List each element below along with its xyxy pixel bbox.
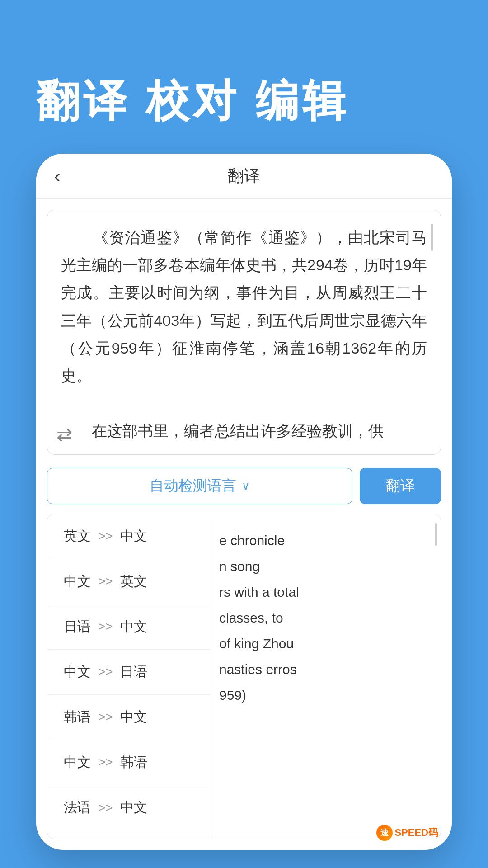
lang-from-3: 中文: [64, 663, 91, 681]
result-text: e chronicle n song rs with a total class…: [219, 528, 432, 708]
language-dropdown: 英文 >> 中文 中文 >> 英文 日语 >> 中文 中文 >> 日语 韩语 >: [47, 514, 210, 839]
auto-detect-label: 自动检测语言: [150, 476, 236, 496]
translate-button-label: 翻译: [386, 476, 415, 496]
lang-to-4: 中文: [120, 708, 147, 726]
lang-to-5: 韩语: [120, 753, 147, 772]
bottom-area: 英文 >> 中文 中文 >> 英文 日语 >> 中文 中文 >> 日语 韩语 >: [47, 514, 441, 839]
result-scroll-bar: [435, 523, 437, 546]
watermark: SPEED码: [376, 825, 438, 841]
lang-from-5: 中文: [64, 753, 91, 772]
lang-from-1: 中文: [64, 572, 91, 591]
input-text: 《资治通鉴》（常简作《通鉴》），由北宋司马光主编的一部多卷本编年体史书，共294…: [61, 224, 427, 445]
translation-result: e chronicle n song rs with a total class…: [210, 514, 441, 839]
lang-option-fr-zh[interactable]: 法语 >> 中文: [47, 785, 210, 830]
back-button[interactable]: ‹: [54, 165, 61, 187]
scroll-indicator: [431, 224, 433, 251]
lang-arrow-2: >>: [98, 619, 113, 634]
header-area: 翻译 校对 编辑: [0, 0, 488, 158]
translate-button[interactable]: 翻译: [360, 468, 441, 504]
lang-arrow-6: >>: [98, 801, 113, 815]
lang-to-6: 中文: [120, 798, 147, 817]
nav-title: 翻译: [228, 165, 260, 187]
lang-option-zh-en[interactable]: 中文 >> 英文: [47, 559, 210, 604]
lang-arrow-5: >>: [98, 755, 113, 769]
chevron-down-icon: ∨: [242, 480, 250, 492]
lang-option-zh-ko[interactable]: 中文 >> 韩语: [47, 740, 210, 785]
lang-to-3: 日语: [120, 663, 147, 681]
lang-option-ja-zh[interactable]: 日语 >> 中文: [47, 604, 210, 650]
lang-selector-row: 自动检测语言 ∨ 翻译: [47, 466, 441, 506]
input-area[interactable]: 《资治通鉴》（常简作《通鉴》），由北宋司马光主编的一部多卷本编年体史书，共294…: [47, 210, 441, 455]
lang-arrow-3: >>: [98, 665, 113, 679]
watermark-logo: [376, 825, 393, 841]
lang-to-2: 中文: [120, 618, 147, 636]
lang-from-4: 韩语: [64, 708, 91, 726]
auto-detect-button[interactable]: 自动检测语言 ∨: [47, 468, 352, 504]
lang-arrow-1: >>: [98, 574, 113, 589]
watermark-text: SPEED码: [394, 826, 438, 840]
lang-option-en-zh[interactable]: 英文 >> 中文: [47, 514, 210, 559]
lang-to-1: 英文: [120, 572, 147, 591]
lang-arrow-4: >>: [98, 710, 113, 724]
lang-from-6: 法语: [64, 798, 91, 817]
lang-option-zh-ja[interactable]: 中文 >> 日语: [47, 650, 210, 695]
header-title: 翻译 校对 编辑: [36, 72, 452, 131]
lang-to-0: 中文: [120, 527, 147, 546]
lang-from-0: 英文: [64, 527, 91, 546]
copy-icon[interactable]: ⇄: [56, 423, 72, 445]
lang-arrow-0: >>: [98, 529, 113, 543]
phone-container: ‹ 翻译 《资治通鉴》（常简作《通鉴》），由北宋司马光主编的一部多卷本编年体史书…: [36, 154, 452, 850]
lang-from-2: 日语: [64, 618, 91, 636]
nav-bar: ‹ 翻译: [36, 154, 452, 199]
lang-option-ko-zh[interactable]: 韩语 >> 中文: [47, 695, 210, 740]
